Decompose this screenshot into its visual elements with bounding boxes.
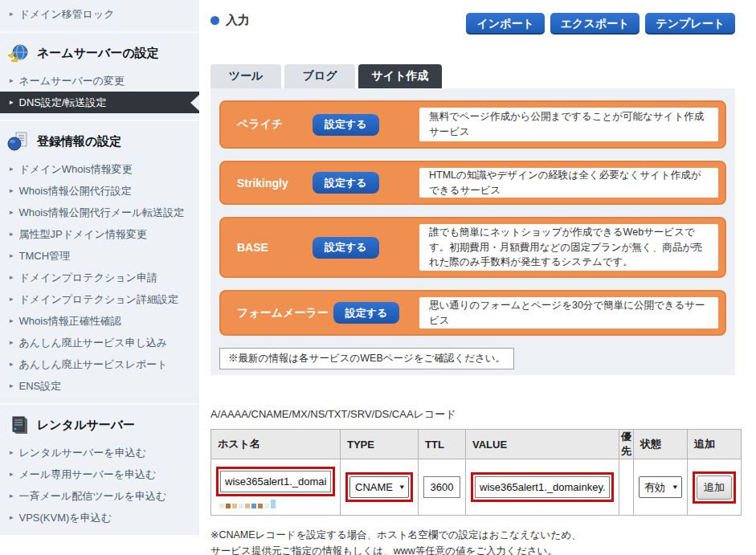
- sidebar-item-label: Whois情報公開代行メール転送設定: [19, 206, 185, 220]
- configure-button[interactable]: 設定する: [313, 237, 379, 259]
- sidebar-item-label: ネームサーバーの変更: [19, 74, 125, 88]
- value-cell: [466, 459, 619, 516]
- sidebar-item-label: ドメインWhois情報変更: [19, 162, 133, 177]
- triangle-bullet-icon: ▸: [10, 316, 14, 324]
- bullet-icon: [210, 16, 219, 25]
- type-cell: CNAME ▾: [341, 459, 419, 516]
- triangle-bullet-icon: ▸: [10, 513, 14, 521]
- configure-button[interactable]: 設定する: [313, 114, 379, 136]
- triangle-bullet-icon: ▸: [10, 230, 14, 238]
- triangle-bullet-icon: ▸: [10, 165, 14, 173]
- host-highlight-box: [216, 467, 335, 496]
- sidebar-item-label: Whois情報公開代行設定: [19, 184, 132, 198]
- site-creation-panel: ペライチ 設定する 無料でページ作成から公開まですることが可能なサイト作成サービ…: [210, 88, 735, 375]
- service-card-peraichi: ペライチ 設定する 無料でページ作成から公開まですることが可能なサイト作成サービ…: [219, 100, 726, 149]
- service-description: 無料でページ作成から公開まですることが可能なサイト作成サービス: [419, 108, 718, 141]
- sidebar-section-header-registration: 登録情報の設定: [0, 124, 199, 158]
- host-cell: [211, 459, 341, 516]
- add-highlight-box: 追加: [693, 471, 736, 504]
- sidebar-item-tmch[interactable]: ▸ TMCH管理: [0, 245, 199, 267]
- triangle-bullet-icon: ▸: [10, 295, 14, 303]
- sidebar-item-anshin-report[interactable]: ▸ あんしん廃止サービスレポート: [0, 353, 199, 375]
- triangle-bullet-icon: ▸: [10, 470, 14, 478]
- tab-site-creation[interactable]: サイト作成: [358, 64, 442, 88]
- triangle-bullet-icon: ▸: [10, 448, 14, 456]
- sidebar-item-whois-change[interactable]: ▸ ドメインWhois情報変更: [0, 158, 199, 180]
- section-marker: 入力: [210, 13, 250, 28]
- action-buttons: インポート エクスポート テンプレート: [466, 13, 735, 35]
- triangle-bullet-icon: ▸: [10, 338, 14, 346]
- services-note: ※最新の情報は各サービスのWEBページをご確認ください。: [219, 348, 514, 369]
- sidebar-section-header-nameserver: ネームサーバーの設定: [0, 36, 199, 70]
- sidebar-item-nameserver-change[interactable]: ▸ ネームサーバーの変更: [0, 70, 199, 92]
- sidebar-item-label: 属性型JPドメイン情報変更: [19, 227, 147, 242]
- status-select[interactable]: 有効 ▾: [639, 476, 682, 498]
- ttl-input[interactable]: [423, 476, 460, 498]
- record-notes: ※CNAMEレコードを設定する場合、ホスト名空欄での設定はおこなえないため、 サ…: [210, 527, 735, 555]
- export-button[interactable]: エクスポート: [550, 13, 640, 35]
- ttl-cell: [419, 459, 466, 516]
- col-priority: 優先: [619, 430, 634, 459]
- template-button[interactable]: テンプレート: [645, 13, 735, 35]
- col-add: 追加: [688, 430, 742, 459]
- sidebar-section-title: 登録情報の設定: [37, 134, 121, 149]
- sidebar-item-label: DNS設定/転送設定: [19, 96, 107, 110]
- host-input[interactable]: [220, 471, 331, 492]
- tab-blog[interactable]: ブログ: [284, 64, 355, 88]
- sidebar-item-anshin-apply[interactable]: ▸ あんしん廃止サービス申し込み: [0, 332, 199, 353]
- sidebar-item-bulk-mail[interactable]: ▸ 一斉メール配信ツールを申込む: [0, 485, 199, 507]
- table-header-row: ホスト名 TYPE TTL VALUE 優先 状態 追加: [211, 430, 742, 459]
- record-section-title: A/AAAA/CNAME/MX/NS/TXT/SRV/DS/CAAレコード: [210, 407, 735, 422]
- configure-button[interactable]: 設定する: [313, 172, 379, 194]
- add-cell: 追加: [688, 459, 742, 516]
- triangle-bullet-icon: ▸: [10, 251, 14, 259]
- sidebar-item-mail-server[interactable]: ▸ メール専用サーバーを申込む: [0, 463, 199, 485]
- sidebar-item-label: ドメイン移管ロック: [19, 7, 115, 22]
- sidebar-item-label: あんしん廃止サービスレポート: [19, 357, 168, 372]
- sidebar-item-ens[interactable]: ▸ ENS設定: [0, 375, 199, 397]
- triangle-bullet-icon: ▸: [10, 382, 14, 390]
- type-select[interactable]: CNAME ▾: [349, 476, 409, 498]
- triangle-bullet-icon: ▸: [10, 273, 14, 281]
- tab-bar: ツール ブログ サイト作成: [210, 64, 735, 88]
- sidebar-item-label: レンタルサーバーを申込む: [19, 446, 146, 460]
- sidebar-item-protection-apply[interactable]: ▸ ドメインプロテクション申請: [0, 267, 199, 288]
- sidebar-item-dns-settings[interactable]: ▸ DNS設定/転送設定: [0, 92, 199, 113]
- configure-button[interactable]: 設定する: [333, 302, 400, 324]
- sidebar-item-jp-domain-info[interactable]: ▸ 属性型JPドメイン情報変更: [0, 223, 199, 245]
- sidebar-item-whois-accuracy[interactable]: ▸ Whois情報正確性確認: [0, 310, 199, 332]
- value-input[interactable]: [475, 476, 610, 498]
- header-row: 入力 インポート エクスポート テンプレート: [210, 0, 735, 42]
- service-name: Strikingly: [237, 177, 308, 190]
- sidebar-item-protection-detail[interactable]: ▸ ドメインプロテクション詳細設定: [0, 288, 199, 310]
- service-description: 誰でも簡単にネットショップが作成できるWebサービスです。初期費用・月額費用など…: [419, 224, 718, 271]
- sidebar-item-label: TMCH管理: [19, 249, 71, 263]
- sidebar-group-nameserver: ネームサーバーの設定 ▸ ネームサーバーの変更 ▸ DNS設定/転送設定: [0, 33, 199, 121]
- sidebar-item-vps[interactable]: ▸ VPS(KVM)を申込む: [0, 507, 199, 528]
- sidebar: ▸ ドメイン移管ロック ネームサーバーの設定 ▸ ネームサーバーの変更 ▸ DN: [0, 0, 199, 535]
- col-value: VALUE: [466, 430, 619, 459]
- import-button[interactable]: インポート: [466, 13, 544, 35]
- sidebar-item-rental-server[interactable]: ▸ レンタルサーバーを申込む: [0, 442, 199, 463]
- triangle-bullet-icon: ▸: [10, 186, 14, 194]
- add-button[interactable]: 追加: [697, 475, 732, 500]
- sidebar-item-label: ENS設定: [19, 379, 62, 394]
- sidebar-item-label: ドメインプロテクション詳細設定: [19, 292, 178, 307]
- sidebar-item-label: Whois情報正確性確認: [19, 314, 121, 329]
- sidebar-item-whois-privacy[interactable]: ▸ Whois情報公開代行設定: [0, 180, 199, 202]
- triangle-bullet-icon: ▸: [10, 208, 14, 216]
- sidebar-group-top: ▸ ドメイン移管ロック: [0, 0, 199, 33]
- record-table: ホスト名 TYPE TTL VALUE 優先 状態 追加: [210, 429, 742, 516]
- service-name: BASE: [237, 241, 308, 254]
- sidebar-section-title: ネームサーバーの設定: [37, 46, 159, 61]
- sidebar-item-whois-mail-forward[interactable]: ▸ Whois情報公開代行メール転送設定: [0, 202, 199, 223]
- sidebar-group-rental: レンタルサーバー ▸ レンタルサーバーを申込む ▸ メール専用サーバーを申込む …: [0, 405, 199, 535]
- sidebar-item-label: あんしん廃止サービス申し込み: [19, 336, 168, 350]
- tab-tools[interactable]: ツール: [210, 64, 281, 88]
- record-note-line: ※CNAMEレコードを設定する場合、ホスト名空欄での設定はおこなえないため、: [210, 527, 735, 543]
- col-status: 状態: [634, 430, 688, 459]
- sidebar-item-label: 一斉メール配信ツールを申込む: [19, 489, 167, 504]
- rental-server-icon: [6, 414, 31, 435]
- service-card-strikingly: Strikingly 設定する HTMLの知識やデザインの経験は全く必要なくサイ…: [219, 161, 726, 205]
- sidebar-item-domain-transfer-lock[interactable]: ▸ ドメイン移管ロック: [0, 3, 199, 25]
